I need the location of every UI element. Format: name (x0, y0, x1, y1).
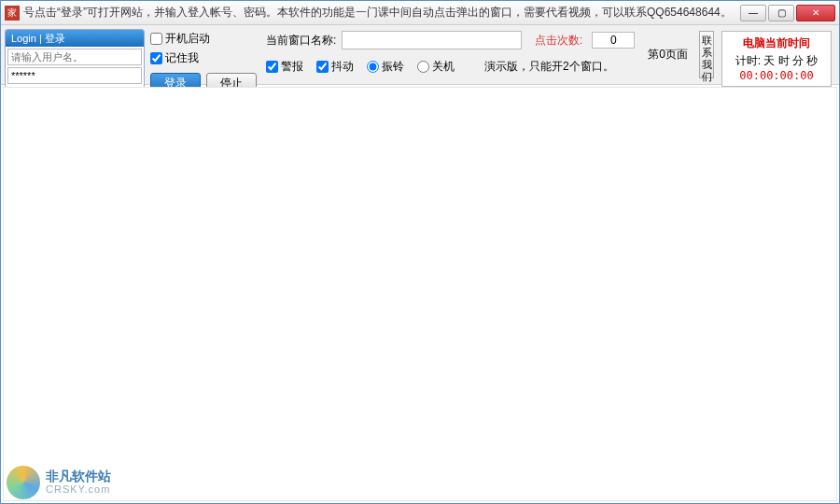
alarm-text: 警报 (281, 59, 303, 75)
clicks-label: 点击次数: (535, 33, 582, 49)
login-header: Login | 登录 (6, 30, 144, 47)
demo-text: 演示版，只能开2个窗口。 (484, 59, 614, 75)
shutdown-radio[interactable] (417, 61, 429, 73)
clock-value: 00:00:00:00 (726, 69, 827, 82)
shutdown-text: 关机 (432, 59, 455, 75)
window-name-input[interactable] (342, 31, 522, 49)
app-window: 家 号点击“登录”可打开网站，并输入登入帐号、密码。本软件的功能是一门课中间自动… (0, 0, 840, 504)
titlebar: 家 号点击“登录”可打开网站，并输入登入帐号、密码。本软件的功能是一门课中间自动… (1, 1, 839, 25)
watermark-icon (7, 466, 40, 499)
watermark-en: CRSKY.com (46, 483, 111, 496)
window-controls: — ▢ ✕ (738, 5, 835, 21)
remember-text: 记住我 (165, 50, 199, 66)
close-button[interactable]: ✕ (796, 5, 835, 21)
startup-checkbox[interactable] (150, 33, 162, 45)
app-icon: 家 (5, 6, 20, 21)
watermark: 非凡软件站 CRSKY.com (7, 466, 111, 499)
shake-checkbox[interactable] (316, 61, 329, 73)
titlebar-text: 号点击“登录”可打开网站，并输入登入帐号、密码。本软件的功能是一门课中间自动点击… (23, 5, 738, 21)
ring-text: 振铃 (382, 59, 404, 75)
clicks-value: 0 (592, 32, 635, 49)
password-input[interactable] (7, 67, 142, 84)
username-input[interactable] (7, 49, 142, 65)
shutdown-radio-label[interactable]: 关机 (417, 59, 455, 75)
window-name-label: 当前窗口名称: (266, 33, 336, 49)
contact-button[interactable]: 联系我们 (699, 31, 714, 78)
watermark-text: 非凡软件站 CRSKY.com (46, 469, 111, 496)
toolbar: Login | 登录 开机启动 记住我 登录 停止 当前窗口名称: (1, 25, 839, 85)
clock-title: 电脑当前时间 (726, 35, 827, 51)
clock-panel: 电脑当前时间 计时: 天 时 分 秒 00:00:00:00 (721, 31, 832, 87)
clock-labels: 计时: 天 时 分 秒 (726, 53, 827, 69)
center-panel: 当前窗口名称: 点击次数: 0 警报 抖动 振铃 关机 演示版，只能开2个窗口。 (262, 29, 638, 77)
alarm-checkbox-label[interactable]: 警报 (266, 59, 303, 75)
startup-checkbox-label[interactable]: 开机启动 (150, 31, 257, 47)
remember-checkbox[interactable] (150, 52, 162, 64)
options-group: 开机启动 记住我 登录 停止 (150, 29, 257, 93)
ring-radio[interactable] (367, 61, 379, 73)
shake-text: 抖动 (331, 59, 354, 75)
maximize-button[interactable]: ▢ (768, 5, 794, 21)
content-area (3, 87, 837, 501)
page-info: 第0页面 (648, 47, 688, 63)
remember-checkbox-label[interactable]: 记住我 (150, 50, 257, 66)
ring-radio-label[interactable]: 振铃 (367, 59, 404, 75)
startup-text: 开机启动 (165, 31, 210, 47)
watermark-cn: 非凡软件站 (46, 469, 111, 483)
login-panel: Login | 登录 (5, 29, 145, 89)
minimize-button[interactable]: — (740, 5, 766, 21)
alarm-checkbox[interactable] (266, 61, 278, 73)
shake-checkbox-label[interactable]: 抖动 (316, 59, 354, 75)
